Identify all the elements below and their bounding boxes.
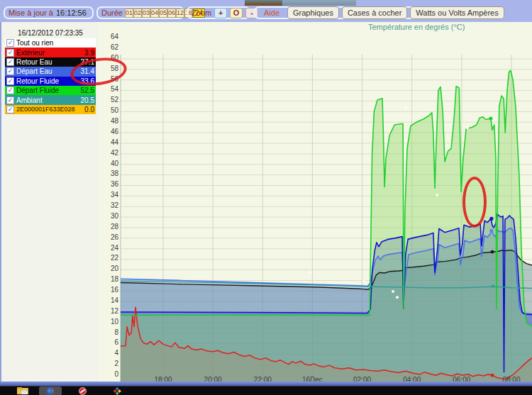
zoom-in-button[interactable]: + xyxy=(214,8,227,18)
y-axis-tick: 16 xyxy=(99,286,118,294)
duration-button-06[interactable]: 06 xyxy=(167,9,176,18)
checkbox-icon[interactable] xyxy=(6,77,14,85)
firefox-icon[interactable] xyxy=(45,387,55,395)
y-axis-tick: 30 xyxy=(99,212,118,220)
y-axis-tick: 14 xyxy=(99,296,118,304)
legend-timestamp: 16/12/2012 07:23:35 xyxy=(5,28,96,38)
chart-panel: Température en degrés (°C) 6462605856545… xyxy=(0,22,532,382)
legend-label: 2E000001F633E028 xyxy=(16,106,75,113)
wallpaper-patch xyxy=(245,0,282,6)
y-axis-tick: 40 xyxy=(99,160,118,167)
y-axis-tick: 54 xyxy=(99,85,118,93)
duration-group: Durée 01 02 03 04 05 06 12 18 24 xyxy=(96,6,184,19)
duration-button-12[interactable]: 12 xyxy=(176,9,184,18)
checkbox-icon[interactable] xyxy=(6,96,14,104)
taskbar xyxy=(0,386,532,395)
y-axis-tick: 46 xyxy=(99,128,118,135)
legend-row-sensor-id[interactable]: 2E000001F633E028 0.0 xyxy=(5,105,96,114)
help-button[interactable]: Aide xyxy=(259,7,284,18)
y-axis-tick: 24 xyxy=(99,244,118,252)
update-label: Mise à jour à xyxy=(9,9,53,17)
y-axis-tick: 10 xyxy=(99,318,118,326)
diamond-icon[interactable] xyxy=(112,387,122,395)
y-axis-tick: 6 xyxy=(99,338,118,346)
y-axis-tick: 0 xyxy=(99,370,118,378)
duration-button-02[interactable]: 02 xyxy=(133,9,142,18)
legend-row-depart-fluide[interactable]: Départ Fluide 52.5 xyxy=(5,86,96,95)
y-axis-tick: 50 xyxy=(99,106,118,114)
y-axis-tick: 18 xyxy=(99,275,118,283)
checkbox-icon[interactable] xyxy=(6,58,14,66)
update-time: 16:12:56 xyxy=(56,9,87,17)
legend-row-exterieur[interactable]: Extérieur 3.9 xyxy=(5,48,96,57)
legend-label: Extérieur xyxy=(16,49,45,57)
toolbar: Mise à jour à 16:12:56 Durée 01 02 03 04… xyxy=(0,6,532,23)
legend-label: Retour Eau xyxy=(16,58,52,66)
y-axis-tick: 62 xyxy=(99,43,118,51)
legend-label: Tout ou rien xyxy=(16,39,53,47)
legend-label: Départ Eau xyxy=(16,67,52,75)
legend-row-tout-ou-rien[interactable]: Tout ou rien xyxy=(5,38,96,48)
blocked-icon[interactable] xyxy=(78,387,87,395)
graphs-button[interactable]: Graphiques xyxy=(287,6,339,19)
duration-button-03[interactable]: 03 xyxy=(142,9,150,18)
legend-label: Retour Fluide xyxy=(16,77,59,85)
checkbox-icon[interactable] xyxy=(6,39,14,47)
legend-value: 52.5 xyxy=(81,87,94,94)
y-axis-tick: 38 xyxy=(99,169,118,177)
y-axis-tick: 4 xyxy=(99,349,118,357)
app-window: Mise à jour à 16:12:56 Durée 01 02 03 04… xyxy=(0,0,532,395)
duration-button-04[interactable]: 04 xyxy=(150,9,159,18)
watts-volts-button[interactable]: Watts ou Volts Ampères xyxy=(410,6,504,19)
y-axis-tick: 22 xyxy=(99,254,118,262)
y-axis-tick: 36 xyxy=(99,180,118,188)
folder-icon[interactable] xyxy=(17,387,30,395)
y-axis-tick: 26 xyxy=(99,233,118,241)
legend-label: Ambiant xyxy=(16,96,43,104)
update-time-group: Mise à jour à 16:12:56 xyxy=(4,6,94,19)
chart-title: Température en degrés (°C) xyxy=(368,23,465,31)
checkboxes-button[interactable]: Cases à cocher xyxy=(342,6,407,19)
zoom-group: Zoom + O - xyxy=(187,6,250,19)
annotation-circle-chart xyxy=(462,177,487,228)
checkbox-icon[interactable] xyxy=(6,67,14,75)
y-axis-tick: 44 xyxy=(99,138,118,146)
y-axis-tick: 64 xyxy=(99,33,118,40)
legend-value: 0.0 xyxy=(84,106,94,113)
y-axis-tick: 8 xyxy=(99,328,118,336)
legend-row-ambiant[interactable]: Ambiant 20.5 xyxy=(5,95,96,104)
duration-button-05[interactable]: 05 xyxy=(159,9,167,18)
desktop-strip xyxy=(0,0,532,6)
y-axis-tick: 52 xyxy=(99,96,118,104)
y-axis-tick: 2 xyxy=(99,360,118,367)
y-axis-tick: 48 xyxy=(99,117,118,125)
y-axis-tick: 20 xyxy=(99,265,118,272)
y-axis-tick: 42 xyxy=(99,149,118,157)
legend-label: Départ Fluide xyxy=(16,87,59,94)
y-axis-tick: 12 xyxy=(99,307,118,315)
y-axis-tick: 34 xyxy=(99,191,118,199)
checkbox-icon[interactable] xyxy=(6,87,14,94)
checkbox-icon[interactable] xyxy=(6,49,14,57)
actions-group: Aide Graphiques Cases à cocher Watts ou … xyxy=(254,6,441,19)
zoom-label: Zoom xyxy=(192,9,211,17)
duration-label: Durée xyxy=(101,9,123,17)
y-axis-tick: 28 xyxy=(99,223,118,230)
checkbox-icon[interactable] xyxy=(6,106,14,113)
duration-button-01[interactable]: 01 xyxy=(125,9,133,18)
legend-value: 3.9 xyxy=(84,49,94,57)
legend-value: 20.5 xyxy=(81,96,94,104)
y-axis-tick: 32 xyxy=(99,201,118,209)
wallpaper-patch-2 xyxy=(282,0,356,6)
zoom-reset-button[interactable]: O xyxy=(230,8,243,18)
